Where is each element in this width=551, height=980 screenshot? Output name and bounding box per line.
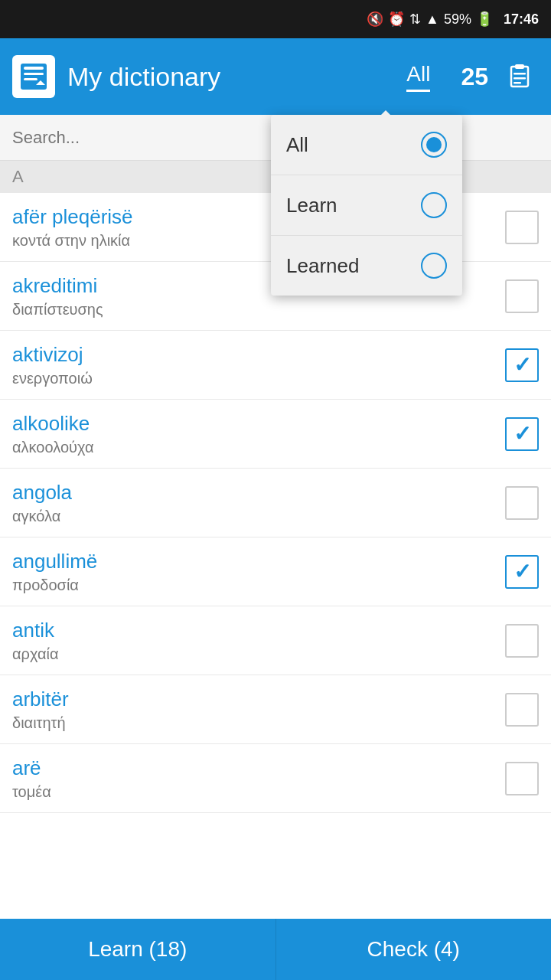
word-translation: προδοσία	[12, 577, 505, 594]
word-main[interactable]: angullimë	[12, 550, 505, 573]
svg-rect-7	[514, 73, 526, 75]
checkmark-icon: ✓	[514, 352, 531, 377]
dropdown-triangle	[375, 110, 396, 121]
word-item: arbitërδιαιτητή	[0, 675, 551, 744]
dropdown-item-all[interactable]: All	[271, 115, 462, 175]
word-text-block: arëτομέα	[12, 756, 505, 801]
status-bar: 🔇 ⏰ ⇅ ▲ 59% 🔋 17:46	[0, 0, 551, 38]
svg-rect-2	[24, 73, 44, 75]
checkmark-icon: ✓	[514, 421, 531, 446]
word-translation: αγκόλα	[12, 508, 505, 525]
clipboard-button[interactable]	[500, 57, 539, 96]
word-item: angolaαγκόλα	[0, 469, 551, 537]
radio-button[interactable]	[421, 132, 447, 158]
word-text-block: antikαρχαία	[12, 619, 505, 663]
word-main[interactable]: arë	[12, 756, 505, 780]
battery-percentage: 59%	[444, 11, 471, 28]
word-count: 25	[461, 63, 488, 91]
word-main[interactable]: aktivizoj	[12, 343, 505, 367]
word-checkbox[interactable]: ✓	[505, 348, 539, 382]
bottom-bar: Learn (18) Check (4)	[0, 919, 551, 980]
word-translation: αρχαία	[12, 645, 505, 663]
word-text-block: angolaαγκόλα	[12, 481, 505, 525]
signal-icon: ▲	[425, 11, 439, 28]
word-item: aktivizojενεργοποιώ✓	[0, 331, 551, 400]
dropdown-label: All	[286, 133, 421, 157]
word-translation: τομέα	[12, 783, 505, 801]
word-text-block: aktivizojενεργοποιώ	[12, 343, 505, 387]
word-checkbox[interactable]: ✓	[505, 417, 539, 451]
word-checkbox[interactable]	[505, 693, 539, 727]
app-title: My dictionary	[67, 62, 406, 92]
word-main[interactable]: alkoolike	[12, 412, 505, 436]
app-icon	[12, 55, 55, 98]
filter-dropdown: AllLearnLearned	[271, 115, 462, 296]
dropdown-item-learn[interactable]: Learn	[271, 175, 462, 236]
svg-rect-9	[514, 82, 521, 84]
dropdown-label: Learn	[286, 194, 421, 217]
word-text-block: arbitërδιαιτητή	[12, 688, 505, 732]
radio-inner	[426, 137, 442, 152]
word-checkbox[interactable]	[505, 486, 539, 520]
word-main[interactable]: angola	[12, 481, 505, 505]
dropdown-item-learned[interactable]: Learned	[271, 236, 462, 296]
word-main[interactable]: antik	[12, 619, 505, 642]
svg-rect-1	[24, 67, 44, 70]
word-item: alkoolikeαλκοολούχα✓	[0, 400, 551, 469]
svg-rect-3	[24, 78, 37, 80]
word-checkbox[interactable]: ✓	[505, 555, 539, 589]
status-time: 17:46	[504, 11, 539, 28]
word-checkbox[interactable]	[505, 762, 539, 795]
dropdown-label: Learned	[286, 254, 421, 278]
word-translation: διαιτητή	[12, 714, 505, 732]
word-text-block: angullimëπροδοσία	[12, 550, 505, 594]
battery-icon: 🔋	[476, 11, 493, 28]
word-main[interactable]: arbitër	[12, 688, 505, 711]
word-translation: αλκοολούχα	[12, 439, 505, 456]
checkmark-icon: ✓	[514, 559, 531, 584]
status-icons: 🔇 ⏰ ⇅ ▲ 59% 🔋 17:46	[367, 11, 539, 28]
word-item: antikαρχαία	[0, 606, 551, 675]
word-checkbox[interactable]	[505, 211, 539, 244]
radio-button[interactable]	[421, 253, 447, 279]
check-button[interactable]: Check (4)	[276, 919, 552, 980]
word-translation: ενεργοποιώ	[12, 370, 505, 387]
sync-icon: ⇅	[409, 11, 421, 28]
mute-icon: 🔇	[367, 11, 383, 28]
alarm-icon: ⏰	[388, 11, 405, 28]
word-item: arëτομέα	[0, 744, 551, 813]
word-text-block: alkoolikeαλκοολούχα	[12, 412, 505, 456]
word-checkbox[interactable]	[505, 279, 539, 313]
app-header: My dictionary All 25	[0, 38, 551, 115]
learn-button[interactable]: Learn (18)	[0, 919, 276, 980]
word-checkbox[interactable]	[505, 624, 539, 658]
radio-button[interactable]	[421, 192, 447, 218]
word-translation: διαπίστευσης	[12, 301, 505, 318]
word-item: angullimëπροδοσία✓	[0, 537, 551, 606]
filter-dropdown-trigger[interactable]: All	[406, 62, 430, 92]
svg-rect-8	[514, 77, 526, 80]
svg-rect-6	[515, 64, 524, 69]
